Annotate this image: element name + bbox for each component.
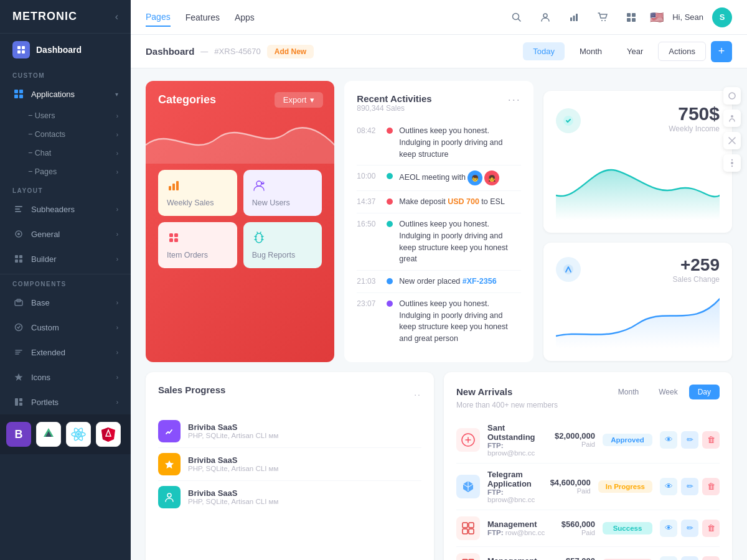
arrival-edit-1[interactable]: ✏ [681, 431, 698, 449]
arrival-view-1[interactable]: 👁 [660, 431, 677, 449]
today-button[interactable]: Today [523, 42, 565, 60]
svg-rect-51 [169, 238, 173, 242]
user-avatar[interactable]: S [712, 7, 732, 27]
cart-icon-topnav[interactable] [593, 7, 613, 27]
chart-icon-topnav[interactable] [564, 7, 584, 27]
arrival-edit-2[interactable]: ✏ [681, 478, 698, 495]
arrival-name-1: Sant Outstanding [487, 423, 547, 442]
arrivals-week-btn[interactable]: Week [650, 385, 686, 399]
export-button[interactable]: Export ▾ [275, 92, 324, 108]
side-icon-1[interactable] [723, 87, 741, 105]
act-link-5: #XF-2356 [463, 277, 497, 286]
bootstrap-icon[interactable]: B [6, 422, 31, 447]
arrival-row-4: Management FTP: row@bnc.cc $57,000 Paid … [456, 547, 720, 560]
arrival-view-4[interactable]: 👁 [660, 556, 677, 560]
arrival-edit-4[interactable]: ✏ [681, 556, 698, 560]
act-dot-1 [387, 128, 393, 134]
vue-icon[interactable] [36, 422, 61, 447]
new-users-label: New Users [252, 198, 314, 207]
svg-rect-21 [15, 398, 18, 406]
sidebar-item-users[interactable]: Users › [0, 106, 131, 125]
breadcrumb-title: Dashboard [146, 46, 194, 57]
sidebar-item-base[interactable]: Base › [0, 290, 131, 315]
weekly-sales-label: Weekly Sales [167, 198, 228, 207]
arrival-actions-1: 👁 ✏ 🗑 [660, 431, 720, 449]
builder-icon [12, 253, 25, 265]
topnav-features[interactable]: Features [186, 9, 220, 26]
flag-icon[interactable]: 🇺🇸 [650, 11, 664, 24]
avatar-2: 👧 [484, 170, 499, 185]
month-button[interactable]: Month [570, 42, 612, 60]
pages-arrow: › [116, 169, 118, 175]
sales-progress-menu[interactable]: ·· [414, 390, 421, 399]
add-icon-button[interactable]: + [711, 41, 732, 62]
svg-rect-41 [632, 13, 636, 17]
arrival-del-2[interactable]: 🗑 [702, 478, 720, 495]
arrival-del-1[interactable]: 🗑 [702, 431, 720, 449]
svg-rect-4 [14, 90, 18, 93]
sidebar-item-general[interactable]: General › [0, 222, 131, 246]
sidebar-item-icons[interactable]: Icons › [0, 365, 131, 390]
sidebar-item-extended[interactable]: Extended › [0, 340, 131, 365]
svg-point-12 [17, 233, 20, 235]
arrival-view-3[interactable]: 👁 [660, 520, 677, 537]
angular-icon[interactable] [96, 422, 121, 447]
side-icon-3[interactable] [723, 132, 741, 149]
sidebar-item-builder[interactable]: Builder › [0, 246, 131, 271]
grid-icon-topnav[interactable] [621, 7, 641, 27]
arrival-del-3[interactable]: 🗑 [702, 520, 720, 537]
arrival-row-1: Sant Outstanding FTP: bprow@bnc.cc $2,00… [456, 417, 720, 464]
arrival-actions-4: 👁 ✏ 🗑 [660, 556, 720, 560]
arrivals-month-btn[interactable]: Month [609, 385, 647, 399]
income-amount: 750$ [669, 103, 720, 124]
dashboard-nav-item[interactable]: Dashboard [0, 34, 131, 66]
svg-marker-60 [165, 460, 174, 469]
react-icon[interactable] [66, 422, 91, 447]
arrival-del-4[interactable]: 🗑 [702, 556, 720, 560]
contacts-label: Contacts [28, 130, 65, 139]
svg-rect-66 [469, 529, 474, 534]
sidebar-item-contacts[interactable]: Contacts › [0, 125, 131, 144]
act-text-3: Make deposit USD 700 to ESL [399, 196, 520, 208]
users-icon-topnav[interactable] [535, 7, 555, 27]
arrival-badge-3: Success [603, 522, 652, 534]
sp-detail-3: PHP, SQLite, Artisan CLI мм [188, 498, 421, 505]
sp-name-2: Briviba SaaS [188, 455, 421, 465]
activities-menu[interactable]: ··· [508, 93, 521, 106]
sidebar-item-pages[interactable]: Pages › [0, 162, 131, 181]
add-new-button[interactable]: Add New [267, 45, 314, 58]
year-button[interactable]: Year [617, 42, 653, 60]
arrivals-subtitle: More than 400+ new members [456, 401, 720, 409]
pages-label: Pages [28, 167, 57, 176]
svg-rect-64 [469, 523, 474, 528]
sidebar-item-portlets[interactable]: Portlets › [0, 390, 131, 414]
users-label: Users [28, 111, 55, 120]
sidebar-item-applications[interactable]: Applications ▾ [0, 82, 131, 106]
arrival-edit-3[interactable]: ✏ [681, 520, 698, 537]
arrivals-day-btn[interactable]: Day [689, 385, 720, 399]
topnav-apps[interactable]: Apps [235, 9, 255, 26]
side-icon-2[interactable] [723, 110, 741, 127]
act-time-2: 10:00 [357, 172, 380, 180]
sp-item-3: Briviba SaaS PHP, SQLite, Artisan CLI мм [158, 481, 421, 513]
actions-button[interactable]: Actions [658, 42, 706, 61]
svg-marker-20 [15, 373, 23, 381]
bottom-grid: Sales Progress ·· Briviba SaaS PHP, SQLi… [146, 372, 732, 560]
topnav-pages[interactable]: Pages [146, 8, 171, 27]
svg-rect-10 [15, 211, 21, 212]
collapse-icon[interactable]: ‹ [115, 11, 118, 22]
sidebar-item-chat[interactable]: Chat › [0, 144, 131, 162]
arrival-view-2[interactable]: 👁 [660, 478, 677, 495]
side-icon-4[interactable] [723, 154, 741, 172]
arrival-info-2: Telegram Application FTP: bprow@bnc.cc [487, 470, 543, 503]
sp-avatar-3 [158, 486, 181, 508]
sidebar-item-subheaders[interactable]: Subheaders › [0, 197, 131, 222]
income-icon [556, 108, 581, 133]
svg-rect-23 [19, 403, 22, 406]
act-text-5: New order placed #XF-2356 [399, 276, 520, 287]
arrivals-title: New Arrivals [456, 386, 512, 397]
arrival-name-4: Management [487, 556, 558, 560]
sidebar-item-custom[interactable]: Custom › [0, 315, 131, 340]
custom-label: Custom [31, 323, 59, 332]
search-icon[interactable] [507, 7, 527, 27]
